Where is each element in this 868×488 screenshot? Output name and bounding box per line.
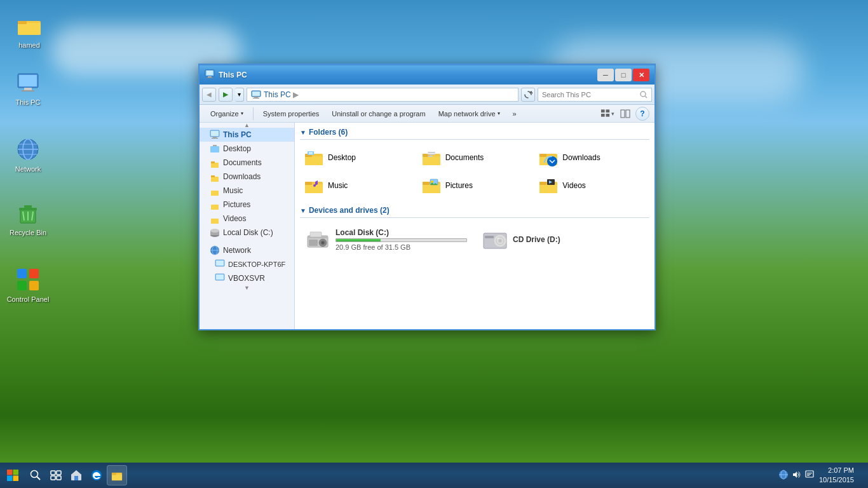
taskbar-edge[interactable] — [86, 465, 107, 485]
folders-header-label: Folders (6) — [309, 128, 348, 137]
nav-item-downloads[interactable]: Downloads — [200, 170, 294, 184]
nav-music-label: Music — [223, 186, 243, 195]
tray-icons — [778, 470, 814, 482]
uninstall-button[interactable]: Uninstall or change a program — [326, 107, 431, 121]
svg-rect-20 — [207, 71, 213, 75]
forward-button[interactable]: ▶ — [219, 88, 233, 102]
explorer-window: This PC ─ □ ✕ ◀ ▶ ▾ This PC ▶ — [198, 64, 656, 330]
desktop-icon-hamed[interactable]: hamed — [6, 13, 52, 50]
taskbar-store[interactable] — [66, 465, 86, 485]
svg-rect-73 — [428, 156, 433, 157]
details-pane-button[interactable] — [618, 107, 633, 121]
desktop-icon-recycle-bin[interactable]: Recycle Bin — [5, 200, 51, 237]
nav-item-local-disk[interactable]: Local Disk (C:) — [200, 226, 294, 240]
svg-rect-32 — [606, 114, 610, 117]
nav-item-vboxsvr[interactable]: VBOXSVR — [200, 271, 294, 285]
recycle-bin-icon — [15, 200, 41, 226]
back-button[interactable]: ◀ — [202, 88, 216, 102]
drive-c-name: Local Disk (C:) — [336, 228, 467, 237]
folder-item-music[interactable]: Music — [300, 173, 415, 198]
tray-volume-icon[interactable] — [792, 470, 801, 481]
svg-rect-37 — [213, 137, 217, 138]
nav-item-documents[interactable]: Documents — [200, 156, 294, 170]
address-dropdown-button[interactable]: ▾ — [235, 88, 244, 102]
svg-rect-29 — [601, 109, 605, 112]
taskbar-file-explorer[interactable] — [107, 465, 127, 485]
drive-c-bar — [336, 239, 381, 241]
folder-documents-label: Documents — [445, 153, 484, 162]
drive-c-info: Local Disk (C:) 20.9 GB free of 31.5 GB — [336, 228, 467, 251]
store-icon — [71, 470, 82, 481]
nav-documents-label: Documents — [223, 158, 262, 167]
svg-rect-14 — [24, 205, 32, 208]
clock-date: 10/15/2015 — [819, 475, 854, 485]
folder-documents-icon — [421, 147, 442, 168]
folder-item-downloads[interactable]: Downloads — [534, 145, 649, 170]
nav-item-pictures[interactable]: Pictures — [200, 198, 294, 212]
nav-scroll-down[interactable]: ▼ — [200, 285, 294, 290]
nav-item-network[interactable]: Network — [200, 243, 294, 257]
svg-point-104 — [499, 240, 501, 242]
drives-arrow[interactable]: ▼ — [300, 207, 306, 214]
drives-grid: Local Disk (C:) 20.9 GB free of 31.5 GB — [300, 223, 649, 256]
taskbar-search[interactable] — [25, 465, 46, 485]
nav-scroll-up[interactable]: ▲ — [200, 123, 294, 128]
folder-item-desktop[interactable]: Desktop — [300, 145, 415, 170]
svg-rect-18 — [29, 281, 39, 290]
map-network-button[interactable]: Map network drive ▾ — [433, 107, 506, 121]
desktop-icon-control-panel[interactable]: Control Panel — [5, 267, 51, 304]
nav-item-this-pc[interactable]: This PC — [200, 128, 294, 142]
drive-item-c[interactable]: Local Disk (C:) 20.9 GB free of 31.5 GB — [300, 223, 472, 256]
tray-network-icon[interactable] — [778, 470, 789, 482]
system-tray: 2:07 PM 10/15/2015 — [773, 466, 868, 485]
drive-c-free: 20.9 GB free of 31.5 GB — [336, 243, 467, 251]
search-input[interactable] — [542, 91, 640, 98]
nav-item-videos[interactable]: Videos — [200, 212, 294, 226]
toolbar-separator-1 — [253, 107, 254, 120]
desktop-icon-this-pc[interactable]: This PC — [5, 70, 51, 107]
organize-button[interactable]: Organize ▾ — [205, 107, 249, 121]
desktop-icon-recycle-bin-label: Recycle Bin — [10, 228, 46, 237]
nav-item-music[interactable]: Music — [200, 184, 294, 198]
start-button[interactable] — [0, 463, 25, 488]
folders-arrow[interactable]: ▼ — [300, 129, 306, 136]
search-box[interactable] — [538, 88, 652, 102]
edge-icon — [91, 470, 102, 481]
desktop-icon-network[interactable]: Network — [5, 137, 51, 173]
toolbar-right: ▾ ? — [600, 107, 649, 121]
drive-c-bar-container — [336, 238, 467, 242]
search-icon — [640, 91, 648, 98]
nav-item-desktop-kpt6f[interactable]: DESKTOP-KPT6F — [200, 257, 294, 271]
nav-item-desktop[interactable]: Desktop — [200, 142, 294, 156]
svg-rect-40 — [213, 145, 217, 146]
help-button[interactable]: ? — [635, 107, 649, 121]
folder-downloads-label: Downloads — [562, 153, 600, 162]
minimize-button[interactable]: ─ — [597, 69, 614, 81]
drives-header-label: Devices and drives (2) — [309, 206, 390, 215]
nav-vboxsvr-icon — [215, 273, 225, 283]
folder-item-videos[interactable]: Videos — [534, 173, 649, 198]
nav-pane[interactable]: ▲ This PC Desktop — [200, 123, 295, 329]
system-properties-button[interactable]: System properties — [257, 107, 325, 121]
tray-clock[interactable]: 2:07 PM 10/15/2015 — [819, 466, 854, 485]
svg-rect-128 — [807, 473, 812, 473]
maximize-button[interactable]: □ — [615, 69, 632, 81]
svg-rect-17 — [17, 281, 27, 290]
svg-rect-130 — [807, 475, 810, 476]
drive-item-d[interactable]: CD Drive (D:) — [477, 223, 649, 256]
nav-drive-icon — [210, 227, 220, 238]
tray-action-center-icon[interactable] — [805, 470, 814, 481]
folder-item-pictures[interactable]: Pictures — [417, 173, 532, 198]
svg-rect-25 — [254, 97, 258, 98]
view-options-button[interactable]: ▾ — [600, 107, 615, 121]
task-view-button[interactable] — [46, 465, 66, 485]
more-button[interactable]: » — [507, 107, 522, 121]
folder-pictures-label: Pictures — [445, 181, 473, 190]
refresh-button[interactable] — [521, 88, 535, 102]
folder-icon — [17, 13, 42, 38]
address-breadcrumb[interactable]: This PC ▶ — [247, 88, 519, 102]
close-button[interactable]: ✕ — [633, 69, 649, 81]
folder-desktop-label: Desktop — [328, 153, 356, 162]
folder-item-documents[interactable]: Documents — [417, 145, 532, 170]
breadcrumb-this-pc[interactable]: This PC — [264, 90, 291, 99]
